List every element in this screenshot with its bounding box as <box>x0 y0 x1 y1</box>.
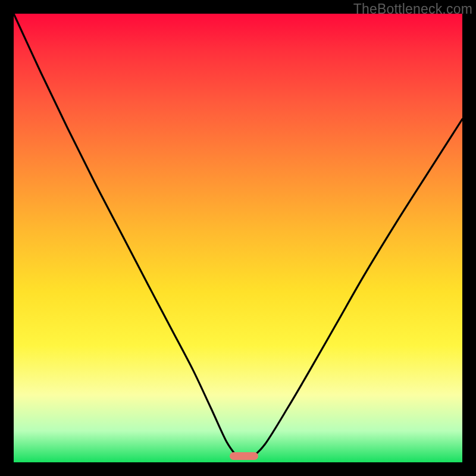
bottleneck-curve <box>14 14 462 462</box>
watermark-text: TheBottleneck.com <box>353 1 472 17</box>
plot-area <box>14 14 462 462</box>
curve-left-branch <box>14 14 238 458</box>
chart-frame: TheBottleneck.com <box>0 0 476 476</box>
optimal-marker <box>230 452 258 460</box>
curve-right-branch <box>252 119 462 458</box>
